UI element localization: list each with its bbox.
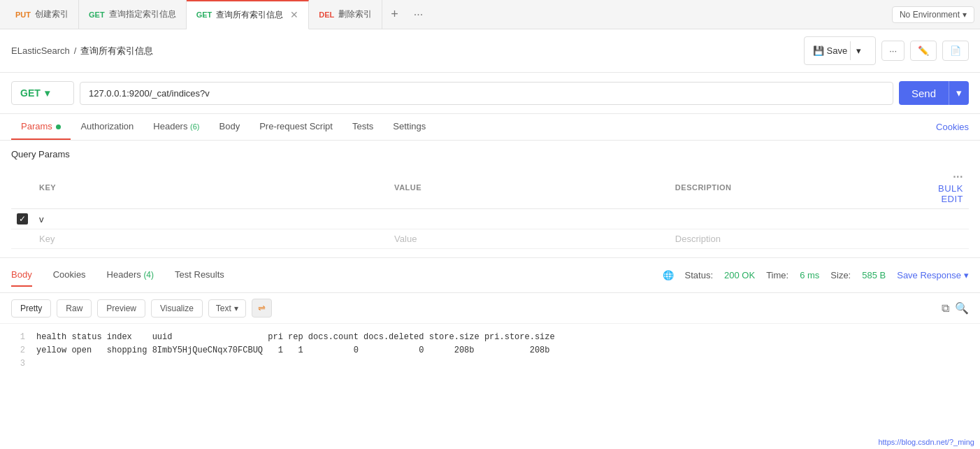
resp-test-results-label: Test Results: [175, 269, 224, 280]
request-tabs: Params Authorization Headers (6) Body Pr…: [0, 114, 980, 141]
tab-del-label: 删除索引: [338, 8, 372, 20]
text-type-chevron-icon: ▾: [234, 304, 238, 313]
wrap-button[interactable]: ⇌: [252, 299, 272, 318]
breadcrumb: ELasticSearch / 查询所有索引信息: [11, 45, 804, 57]
resp-headers-label: Headers: [107, 269, 141, 280]
tab-del[interactable]: DEL 删除索引: [309, 0, 382, 29]
url-input[interactable]: [80, 82, 893, 105]
env-selector-label: No Environment: [900, 10, 960, 20]
method-label: GET: [20, 87, 41, 99]
tab-tests[interactable]: Tests: [343, 114, 383, 140]
preview-button[interactable]: Preview: [97, 299, 145, 318]
resp-body-label: Body: [11, 269, 32, 280]
visualize-button[interactable]: Visualize: [151, 299, 203, 318]
tab-put[interactable]: PUT 创建索引: [6, 0, 79, 29]
resp-tab-test-results[interactable]: Test Results: [175, 264, 224, 287]
params-section: Query Params KEY VALUE DESCRIPTION ··· B…: [0, 141, 980, 257]
send-chevron-icon[interactable]: ▾: [949, 81, 969, 105]
tab-get-2-close[interactable]: ✕: [290, 9, 298, 20]
placeholder-description[interactable]: Description: [675, 234, 721, 244]
col-header-description: DESCRIPTION: [670, 166, 932, 209]
tab-authorization-label: Authorization: [80, 121, 134, 131]
resp-tab-cookies[interactable]: Cookies: [53, 264, 86, 287]
method-select[interactable]: GET ▾: [11, 81, 74, 105]
notes-icon-button[interactable]: 📄: [942, 41, 969, 61]
resp-headers-badge: (4): [143, 270, 154, 280]
save-response-label: Save Response: [897, 270, 961, 280]
col-header-actions: ··· Bulk Edit: [932, 166, 969, 209]
format-bar: Pretty Raw Preview Visualize Text ▾ ⇌ ⧉ …: [0, 293, 980, 324]
params-table: KEY VALUE DESCRIPTION ··· Bulk Edit ✓ v: [11, 166, 969, 249]
more-button[interactable]: ···: [881, 41, 905, 61]
tab-get-1-method: GET: [89, 10, 105, 19]
save-response-button[interactable]: Save Response ▾: [897, 270, 969, 280]
placeholder-key[interactable]: Key: [39, 234, 55, 244]
tab-headers[interactable]: Headers (6): [143, 114, 209, 140]
placeholder-value[interactable]: Value: [394, 234, 417, 244]
search-button[interactable]: 🔍: [955, 301, 969, 315]
time-label: Time:: [766, 270, 788, 280]
send-button[interactable]: Send ▾: [899, 81, 969, 105]
line-num-1: 1: [11, 331, 25, 344]
save-icon: 💾: [813, 45, 824, 56]
text-type-selector[interactable]: Text ▾: [208, 299, 246, 318]
tab-get-2-method: GET: [196, 10, 212, 19]
size-value: 585 B: [862, 270, 886, 280]
tab-get-1[interactable]: GET 查询指定索引信息: [79, 0, 187, 29]
time-value: 6 ms: [800, 270, 819, 280]
save-response-chevron-icon: ▾: [964, 270, 969, 280]
query-params-title: Query Params: [11, 149, 969, 159]
code-area: 1 health status index uuid pri rep docs.…: [0, 324, 980, 378]
edit-icon-button[interactable]: ✏️: [910, 41, 937, 61]
tab-body-label: Body: [219, 121, 240, 131]
send-label: Send: [899, 82, 949, 105]
resp-cookies-label: Cookies: [53, 269, 86, 280]
tab-get-2[interactable]: GET 查询所有索引信息 ✕: [187, 0, 310, 29]
tab-settings[interactable]: Settings: [383, 114, 435, 140]
save-chevron[interactable]: ▾: [850, 41, 867, 60]
breadcrumb-current: 查询所有索引信息: [80, 45, 153, 57]
tab-params[interactable]: Params: [11, 114, 71, 140]
bulk-edit-button[interactable]: Bulk Edit: [938, 183, 963, 204]
code-line-1: 1 health status index uuid pri rep docs.…: [11, 331, 969, 344]
wrap-icon: ⇌: [258, 303, 266, 313]
tabs-more-button[interactable]: ···: [407, 8, 430, 21]
line-content-1: health status index uuid pri rep docs.co…: [36, 331, 555, 344]
size-label: Size:: [830, 270, 851, 280]
url-bar: GET ▾ Send ▾: [0, 73, 980, 114]
placeholder-row: Key Value Description: [11, 229, 969, 249]
cookies-link[interactable]: Cookies: [936, 122, 969, 132]
environment-selector[interactable]: No Environment ▾: [892, 6, 974, 23]
copy-button[interactable]: ⧉: [942, 301, 949, 315]
response-header: Body Cookies Headers (4) Test Results 🌐 …: [0, 257, 980, 293]
tab-tests-label: Tests: [352, 121, 373, 131]
tab-del-method: DEL: [319, 10, 334, 19]
table-more-icon[interactable]: ···: [953, 171, 963, 183]
globe-icon: 🌐: [663, 270, 674, 280]
row-key[interactable]: v: [39, 214, 44, 224]
save-button[interactable]: 💾 Save ▾: [804, 36, 877, 65]
status-label: Status:: [685, 270, 713, 280]
status-value: 200 OK: [724, 270, 755, 280]
bottom-link[interactable]: https://blog.csdn.net/?_ming: [878, 438, 974, 446]
col-header-key: KEY: [34, 166, 389, 209]
chevron-down-icon: ▾: [963, 10, 967, 20]
add-tab-button[interactable]: +: [382, 7, 407, 22]
params-dot: [56, 124, 61, 129]
response-status: 🌐 Status: 200 OK Time: 6 ms Size: 585 B …: [663, 270, 969, 280]
tab-params-label: Params: [21, 121, 52, 131]
line-num-3: 3: [11, 357, 25, 371]
line-num-2: 2: [11, 344, 25, 357]
tab-get-1-label: 查询指定索引信息: [109, 8, 176, 20]
method-chevron-icon: ▾: [45, 87, 50, 99]
row-checkbox[interactable]: ✓: [17, 213, 28, 224]
tab-put-label: 创建索引: [35, 8, 69, 20]
tab-body[interactable]: Body: [210, 114, 250, 140]
tabs-bar: PUT 创建索引 GET 查询指定索引信息 GET 查询所有索引信息 ✕ DEL…: [0, 0, 980, 29]
tab-authorization[interactable]: Authorization: [71, 114, 143, 140]
resp-tab-headers[interactable]: Headers (4): [107, 264, 154, 287]
pretty-button[interactable]: Pretty: [11, 299, 51, 318]
tab-pre-request[interactable]: Pre-request Script: [250, 114, 343, 140]
raw-button[interactable]: Raw: [57, 299, 92, 318]
resp-tab-body[interactable]: Body: [11, 264, 32, 287]
